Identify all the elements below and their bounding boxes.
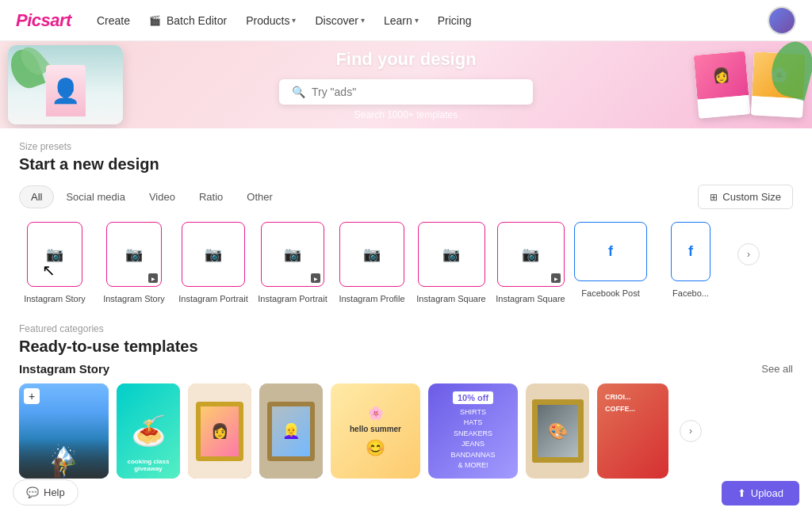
design-card-instagram-portrait-1[interactable]: 📷 Instagram Portrait	[178, 222, 249, 304]
hero-subtitle: Search 1000+ templates	[279, 109, 533, 120]
template-card-coffee[interactable]: CRIOI...COFFE...	[597, 383, 668, 479]
help-icon: 💬	[26, 486, 39, 498]
design-card-box-8: f	[574, 222, 647, 281]
gold-frame-1: 👩	[196, 402, 243, 461]
cooking-emoji: 🍝	[131, 414, 167, 448]
design-card-instagram-story-1[interactable]: 📷 ↖ Instagram Story	[19, 222, 90, 304]
frame-content-3: 🎨	[538, 405, 578, 457]
design-card-label-partial: Facebo...	[672, 288, 709, 299]
design-card-label-5: Instagram Profile	[339, 293, 404, 304]
nav-batch-editor[interactable]: 🎬 Batch Editor	[149, 14, 227, 27]
search-icon: 🔍	[292, 86, 305, 98]
design-cards: 📷 ↖ Instagram Story 📷 Instagram Story 📷 …	[19, 222, 793, 304]
plus-badge-1: +	[24, 388, 40, 404]
help-button[interactable]: 💬 Help	[13, 479, 79, 505]
coffee-text: CRIOI...COFFE...	[605, 391, 635, 414]
nav-pricing[interactable]: Pricing	[438, 14, 472, 27]
tab-ratio[interactable]: Ratio	[187, 185, 235, 208]
design-card-instagram-square-1[interactable]: 📷 Instagram Square	[416, 222, 487, 304]
instagram-icon-3: 📷	[205, 246, 222, 263]
featured-label: Featured categories	[19, 323, 793, 334]
design-card-instagram-profile[interactable]: 📷 Instagram Profile	[336, 222, 408, 304]
gold-frame-3: 🎨	[532, 399, 584, 463]
template-card-frame-3[interactable]: 🎨	[526, 383, 589, 479]
upload-icon: ⬆	[737, 487, 746, 499]
facebook-icon: f	[608, 243, 613, 260]
design-card-label-8: Facebook Post	[581, 288, 639, 299]
sale-badge: 10% off	[453, 391, 493, 404]
search-input[interactable]	[312, 86, 520, 98]
design-card-box-4: 📷	[261, 222, 324, 287]
template-card-sale[interactable]: 10% off SHIRTSHATSSNEAKERSJEANSBANDANNAS…	[428, 383, 518, 479]
products-chevron-icon: ▾	[292, 16, 296, 25]
discover-chevron-icon: ▾	[361, 16, 365, 25]
navbar: Picsart Create 🎬 Batch Editor Products ▾…	[0, 0, 812, 41]
instagram-icon-4: 📷	[284, 246, 301, 263]
play-badge-4	[311, 273, 320, 283]
sale-text: SHIRTSHATSSNEAKERSJEANSBANDANNAS& MORE!	[450, 407, 495, 471]
frame2-scene: 🎨	[526, 383, 589, 479]
hero-banner: 👤 Find your design 🔍 Search 1000+ templa…	[0, 41, 812, 128]
nav-create[interactable]: Create	[97, 14, 130, 27]
design-card-partial[interactable]: f Facebo...	[655, 222, 726, 299]
nav-products[interactable]: Products ▾	[246, 14, 296, 27]
instagram-icon-5: 📷	[363, 246, 381, 263]
design-card-instagram-story-2[interactable]: 📷 Instagram Story	[98, 222, 170, 304]
instagram-story-section-title: Instagram Story	[19, 362, 109, 376]
nav-learn[interactable]: Learn ▾	[384, 14, 419, 27]
hero-right-decoration: 👩 🌸	[669, 41, 812, 128]
cursor-overlay: ↖	[42, 261, 56, 280]
scroll-right-button[interactable]: ›	[737, 243, 760, 265]
sale-scene: 10% off SHIRTSHATSSNEAKERSJEANSBANDANNAS…	[428, 383, 518, 479]
design-card-label-6: Instagram Square	[416, 293, 485, 304]
facebook-icon-partial: f	[688, 243, 693, 260]
avatar[interactable]	[768, 6, 796, 35]
design-card-instagram-portrait-2[interactable]: 📷 Instagram Portrait	[257, 222, 328, 304]
flower-icon: 🌸	[368, 406, 384, 421]
learn-chevron-icon: ▾	[415, 16, 419, 25]
see-all-button[interactable]: See all	[761, 363, 793, 375]
template-card-cooking[interactable]: 🍝 cooking classgiveaway	[117, 383, 180, 479]
size-presets-label: Size presets	[19, 141, 793, 152]
frame-content-2: 👱‍♀️	[272, 406, 310, 456]
design-card-label-1: Instagram Story	[24, 293, 86, 304]
hero-person: 👤	[46, 65, 86, 116]
nav-discover[interactable]: Discover ▾	[315, 14, 364, 27]
hero-right-card-1: 👩	[694, 51, 751, 118]
upload-button[interactable]: ⬆ Upload	[722, 481, 799, 505]
tab-other[interactable]: Other	[235, 185, 285, 208]
gold-frame-2: 👱‍♀️	[267, 402, 315, 461]
design-card-instagram-square-2[interactable]: 📷 Instagram Square	[495, 222, 566, 304]
template-card-mountain[interactable]: 🏔️ 🧗 +	[19, 383, 109, 479]
custom-size-button[interactable]: ⊞ Custom Size	[698, 185, 793, 209]
hero-left-card: 👤	[8, 45, 123, 124]
resize-icon: ⊞	[710, 192, 718, 203]
design-card-box-2: 📷	[106, 222, 162, 287]
design-card-facebook-post[interactable]: f Facebook Post	[574, 222, 647, 299]
filter-tabs: All Social media Video Ratio Other ⊞ Cus…	[19, 185, 793, 209]
smile-icon: 😊	[366, 438, 385, 457]
coffee-scene: CRIOI...COFFE...	[597, 383, 668, 479]
play-badge-2	[148, 273, 158, 283]
search-bar[interactable]: 🔍	[279, 79, 533, 105]
section-title-templates: Ready-to-use templates	[19, 338, 793, 356]
logo[interactable]: Picsart	[16, 10, 71, 31]
design-card-label-3: Instagram Portrait	[178, 293, 247, 304]
template-card-hello-summer[interactable]: 🌸 hello summer 😊	[331, 383, 420, 479]
tab-social-media[interactable]: Social media	[54, 185, 136, 208]
instagram-icon-2: 📷	[125, 246, 143, 263]
tab-video[interactable]: Video	[137, 185, 187, 208]
template-scroll-right-button[interactable]: ›	[680, 420, 702, 442]
tab-all[interactable]: All	[19, 185, 54, 208]
template-cards: 🏔️ 🧗 + 🍝 cooking classgiveaway 👩	[19, 383, 793, 479]
hero-left-decoration: 👤	[0, 41, 131, 128]
cooking-label: cooking classgiveaway	[117, 458, 180, 472]
frame-content-1: 👩	[201, 406, 239, 456]
hero-center: Find your design 🔍 Search 1000+ template…	[279, 49, 533, 120]
template-card-frame-2[interactable]: 👱‍♀️	[259, 383, 323, 479]
design-card-box-3: 📷	[182, 222, 245, 287]
design-card-label-2: Instagram Story	[103, 293, 165, 304]
design-card-box-partial: f	[671, 222, 710, 281]
design-card-box-1: 📷 ↖	[27, 222, 82, 287]
template-card-frame-1[interactable]: 👩	[188, 383, 251, 479]
